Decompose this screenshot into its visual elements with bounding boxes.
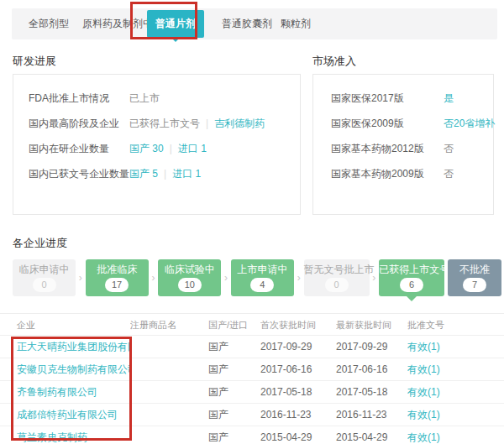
table-header-row: 企业 注册商品名 国产/进口 首次获批时间 最新获批时间 批准文号 — [0, 313, 504, 336]
step-arrow-icon: › — [151, 272, 155, 284]
latest-approval-cell: 2017-05-18 — [336, 381, 407, 403]
company-link-gilead[interactable]: 吉利德制药 — [214, 118, 265, 129]
step-label: 不批准 — [448, 264, 501, 276]
step-label: 临床试验中 — [158, 264, 221, 276]
column-header-trade-name: 注册商品名 — [130, 314, 208, 335]
market-row-label: 国家医保2009版 — [331, 111, 444, 136]
step-label: 已获得上市文号 — [379, 264, 444, 276]
step-listing-application[interactable]: 上市申请中 4 — [231, 259, 294, 296]
tab-granule[interactable]: 颗粒剂 — [281, 17, 311, 31]
rnd-row-companies-in-development: 国内在研企业数量国产 30|进口 1 — [13, 136, 300, 161]
step-license-obtained[interactable]: 已获得上市文号 6 — [379, 259, 444, 296]
market-row-nrdl-2017: 国家医保2017版是 — [313, 86, 493, 111]
origin-cell: 国产 — [208, 426, 260, 444]
latest-approval-cell: 2017-06-16 — [336, 358, 407, 380]
dosage-form-tabbar: 全部剂型 原料药及制剂中间体 普通片剂 普通胶囊剂 颗粒剂 — [12, 8, 497, 39]
rnd-card: FDA批准上市情况已上市 国内最高阶段及企业已获得上市文号|吉利德制药 国内在研… — [13, 74, 301, 215]
value-divider: | — [170, 143, 172, 154]
market-row-value: 否 — [444, 168, 454, 180]
market-row-label: 国家基本药物2012版 — [331, 136, 444, 161]
market-row-value-link[interactable]: 否20省增补 — [444, 118, 495, 129]
approval-no-link[interactable]: 有效(1) — [407, 426, 504, 444]
tab-regular-capsule[interactable]: 普通胶囊剂 — [222, 17, 272, 31]
table-row: 安徽贝克生物制药有限公司 国产 2017-06-16 2017-06-16 有效… — [0, 358, 504, 381]
market-row-eml-2009: 国家基本药物2009版否 — [313, 161, 493, 186]
first-approval-cell: 2015-04-29 — [260, 426, 336, 444]
approval-no-link[interactable]: 有效(1) — [407, 336, 504, 358]
table-row: 齐鲁制药有限公司 国产 2017-05-18 2017-05-18 有效(1) — [0, 381, 504, 404]
step-count-badge: 6 — [400, 278, 423, 292]
company-link[interactable]: 成都倍特药业有限公司 — [0, 404, 130, 426]
tab-all-dosage-forms[interactable]: 全部剂型 — [29, 17, 69, 31]
market-access-card: 国家医保2017版是 国家医保2009版否20省增补 国家基本药物2012版否 … — [312, 74, 494, 215]
rnd-row-companies-with-license: 国内已获文号企业数量国产 5|进口 1 — [13, 161, 300, 186]
progress-section-title: 各企业进度 — [13, 236, 67, 251]
first-approval-cell: 2017-06-16 — [260, 358, 336, 380]
domestic-count-link[interactable]: 国产 30 — [129, 143, 164, 154]
first-approval-cell: 2017-09-29 — [260, 336, 336, 358]
column-header-approval-no: 批准文号 — [407, 314, 504, 335]
origin-cell: 国产 — [208, 336, 260, 358]
column-header-latest-approval: 最新获批时间 — [336, 314, 407, 335]
step-clinical-application[interactable]: 临床申请中 0 — [13, 259, 76, 296]
approval-no-link[interactable]: 有效(1) — [407, 358, 504, 380]
first-approval-cell: 2017-05-18 — [260, 381, 336, 403]
trade-name-cell — [130, 404, 208, 426]
step-label: 批准临床 — [86, 264, 149, 276]
approval-no-link[interactable]: 有效(1) — [407, 404, 504, 426]
rnd-section-title: 研发进展 — [13, 54, 56, 69]
latest-approval-cell: 2016-11-23 — [336, 404, 407, 426]
rnd-row-label: 国内在研企业数量 — [29, 136, 129, 161]
trade-name-cell — [130, 381, 208, 403]
company-link[interactable]: 齐鲁制药有限公司 — [0, 381, 130, 403]
progress-steps: 临床申请中 0 › 批准临床 17 › 临床试验中 10 › 上市申请中 4 ›… — [13, 259, 501, 297]
origin-cell: 国产 — [208, 404, 260, 426]
table-row: 成都倍特药业有限公司 国产 2016-11-23 2016-11-23 有效(1… — [0, 404, 504, 426]
column-header-origin: 国产/进口 — [208, 314, 260, 335]
approval-no-link[interactable]: 有效(1) — [407, 381, 504, 403]
company-link[interactable]: 安徽贝克生物制药有限公司 — [0, 358, 130, 380]
step-clinical-trial[interactable]: 临床试验中 10 — [158, 259, 221, 296]
value-divider: | — [164, 168, 166, 180]
step-label: 临床申请中 — [13, 264, 76, 276]
step-count-badge: 0 — [325, 278, 349, 292]
step-label: 暂无文号批上市 — [304, 264, 370, 276]
step-count-badge: 4 — [250, 278, 274, 292]
rnd-row-fda: FDA批准上市情况已上市 — [13, 86, 300, 111]
step-arrow-icon: › — [297, 272, 301, 284]
import-count-link[interactable]: 进口 1 — [172, 168, 201, 180]
step-count-badge: 7 — [463, 278, 486, 292]
company-link[interactable]: 正大天晴药业集团股份有限公司 — [0, 336, 130, 358]
rnd-row-label: FDA批准上市情况 — [29, 86, 129, 111]
market-row-value-link[interactable]: 是 — [444, 92, 454, 104]
value-divider: | — [206, 118, 208, 129]
step-not-approved[interactable]: 不批准 7 — [448, 259, 501, 296]
step-count-badge: 10 — [178, 278, 202, 292]
trade-name-cell — [130, 426, 208, 444]
tab-regular-tablet[interactable]: 普通片剂 — [147, 10, 204, 38]
origin-cell: 国产 — [208, 381, 260, 403]
domestic-count-link[interactable]: 国产 5 — [129, 168, 158, 180]
trade-name-cell — [130, 358, 208, 380]
rnd-row-highest-stage: 国内最高阶段及企业已获得上市文号|吉利德制药 — [13, 111, 300, 136]
origin-cell: 国产 — [208, 358, 260, 380]
rnd-row-label: 国内最高阶段及企业 — [29, 111, 129, 136]
step-label: 上市申请中 — [231, 264, 294, 276]
step-count-badge: 0 — [33, 278, 56, 292]
market-row-label: 国家医保2017版 — [331, 86, 444, 111]
market-row-nrdl-2009: 国家医保2009版否20省增补 — [313, 111, 493, 136]
import-count-link[interactable]: 进口 1 — [178, 143, 207, 154]
rnd-row-label: 国内已获文号企业数量 — [29, 161, 129, 186]
table-row: 葛兰素史克制药 国产 2015-04-29 2015-04-29 有效(1) — [0, 426, 504, 444]
company-link[interactable]: 葛兰素史克制药 — [0, 426, 130, 444]
rnd-row-value: 已获得上市文号 — [129, 118, 200, 129]
column-header-first-approval: 首次获批时间 — [260, 314, 336, 335]
step-count-badge: 17 — [105, 278, 129, 292]
step-clinical-approved[interactable]: 批准临床 17 — [86, 259, 149, 296]
latest-approval-cell: 2017-09-29 — [336, 336, 407, 358]
market-row-label: 国家基本药物2009版 — [331, 161, 444, 186]
trade-name-cell — [130, 336, 208, 358]
drug-detail-screen: 全部剂型 原料药及制剂中间体 普通片剂 普通胶囊剂 颗粒剂 研发进展 FDA批准… — [0, 0, 504, 444]
step-approved-without-license[interactable]: 暂无文号批上市 0 — [304, 259, 370, 296]
first-approval-cell: 2016-11-23 — [260, 404, 336, 426]
